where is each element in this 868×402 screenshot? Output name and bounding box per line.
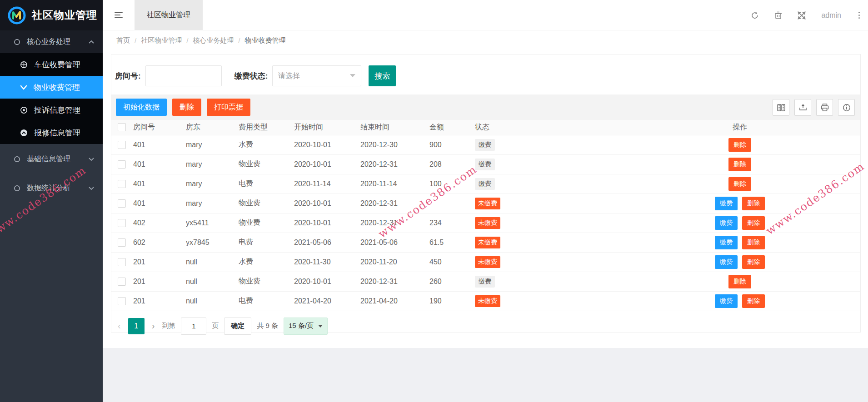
top-header-bar: 社区物业管理 <box>103 0 868 30</box>
cell-end-time: 2020-11-20 <box>360 252 429 272</box>
cell-amount: 100 <box>429 174 475 194</box>
sidebar-item-complaint-info[interactable]: 投诉信息管理 <box>0 99 103 121</box>
page-size-select[interactable]: 15 条/页 <box>284 318 328 335</box>
pay-button[interactable]: 缴费 <box>715 197 738 210</box>
delete-selected-button[interactable]: 删除 <box>172 99 201 116</box>
room-number-input[interactable] <box>145 65 222 86</box>
sidebar-group-label: 基础信息管理 <box>27 154 88 164</box>
row-checkbox[interactable] <box>118 278 126 286</box>
cell-fee-type: 电费 <box>239 233 294 252</box>
pay-button[interactable]: 缴费 <box>715 294 738 308</box>
cell-end-time: 2020-12-31 <box>360 213 429 233</box>
filter-form: 房间号: 缴费状态: 请选择 搜索 <box>111 55 860 94</box>
pay-button[interactable]: 缴费 <box>715 255 738 269</box>
cell-amount: 190 <box>429 291 475 311</box>
select-all-checkbox[interactable] <box>118 123 126 131</box>
cell-end-time: 2020-11-14 <box>360 174 429 194</box>
breadcrumb-current: 物业收费管理 <box>245 36 286 45</box>
kebab-menu-icon[interactable] <box>857 10 862 20</box>
cell-amount <box>429 194 475 213</box>
print-ticket-button[interactable]: 打印票据 <box>207 99 250 116</box>
columns-filter-icon[interactable] <box>773 99 789 116</box>
table-row: 401mary电费2020-11-142020-11-14100缴费删除 <box>111 174 860 194</box>
sidebar-group-basic-info[interactable]: 基础信息管理 <box>0 148 103 170</box>
row-checkbox[interactable] <box>118 297 126 305</box>
cell-start-time: 2020-11-30 <box>294 252 360 272</box>
col-action: 操作 <box>619 120 860 135</box>
cell-status: 缴费 <box>475 154 619 174</box>
sidebar: 社区物业管理 核心业务处理 <box>0 0 103 402</box>
row-checkbox[interactable] <box>118 180 126 188</box>
sidebar-group-core-business[interactable]: 核心业务处理 <box>0 30 103 53</box>
cell-status: 未缴费 <box>475 291 619 311</box>
init-data-button[interactable]: 初始化数据 <box>116 99 167 116</box>
current-page-button[interactable]: 1 <box>128 318 145 334</box>
ring-icon <box>14 156 20 163</box>
table-row: 201null电费2021-04-202021-04-20190未缴费缴费删除 <box>111 291 860 311</box>
pay-button[interactable]: 缴费 <box>715 216 738 230</box>
delete-button[interactable]: 删除 <box>742 216 765 230</box>
cell-end-time: 2021-04-20 <box>360 291 429 311</box>
fullscreen-icon[interactable] <box>798 11 806 20</box>
breadcrumb-item[interactable]: 社区物业管理 <box>141 36 182 45</box>
info-icon[interactable] <box>838 99 855 116</box>
main-area: 社区物业管理 <box>103 0 868 402</box>
page-footer-background <box>103 348 868 402</box>
sidebar-item-parking-fee[interactable]: 车位收费管理 <box>0 53 103 76</box>
sidebar-item-label: 投诉信息管理 <box>34 105 80 115</box>
cell-status: 未缴费 <box>475 213 619 233</box>
next-page-icon[interactable]: › <box>150 321 157 331</box>
cell-end-time: 2020-12-31 <box>360 272 429 291</box>
pay-status-select[interactable]: 请选择 <box>272 65 361 86</box>
delete-button[interactable]: 删除 <box>742 197 765 210</box>
row-checkbox[interactable] <box>118 160 126 169</box>
breadcrumb-home[interactable]: 首页 <box>116 36 130 45</box>
refresh-icon[interactable] <box>751 11 759 20</box>
delete-button[interactable]: 删除 <box>742 236 765 249</box>
cell-actions: 删除 <box>619 272 860 291</box>
total-count-label: 共 9 条 <box>257 322 278 330</box>
cell-actions: 缴费删除 <box>619 233 860 252</box>
print-icon[interactable] <box>816 99 833 116</box>
sidebar-item-property-fee[interactable]: 物业收费管理 <box>0 76 103 99</box>
prev-page-icon[interactable]: ‹ <box>116 321 123 331</box>
delete-button[interactable]: 删除 <box>742 294 765 308</box>
collapse-sidebar-button[interactable] <box>103 0 135 30</box>
table-row: 201null物业费2020-10-012020-12-31260缴费删除 <box>111 272 860 291</box>
sidebar-group-data-statistics[interactable]: 数据统计分析 <box>0 177 103 199</box>
cell-landlord: null <box>186 291 239 311</box>
cell-landlord: null <box>186 272 239 291</box>
ring-icon <box>14 39 20 45</box>
delete-button[interactable]: 删除 <box>742 255 765 269</box>
username-menu[interactable]: admin <box>821 11 841 20</box>
delete-button[interactable]: 删除 <box>728 138 751 152</box>
goto-page-input[interactable] <box>181 318 206 335</box>
row-checkbox[interactable] <box>118 258 126 266</box>
search-button[interactable]: 搜索 <box>369 65 396 86</box>
row-checkbox[interactable] <box>118 199 126 208</box>
goto-confirm-button[interactable]: 确定 <box>224 318 251 335</box>
chevron-down-icon <box>20 85 27 90</box>
delete-button[interactable]: 删除 <box>728 158 751 171</box>
pay-button[interactable]: 缴费 <box>715 236 738 249</box>
caret-up-circle-icon <box>20 129 28 137</box>
status-badge-unpaid: 未缴费 <box>475 198 500 209</box>
app-logo-bar[interactable]: 社区物业管理 <box>0 0 103 30</box>
room-number-label: 房间号: <box>115 71 141 81</box>
row-checkbox[interactable] <box>118 141 126 149</box>
cell-start-time: 2020-11-14 <box>294 174 360 194</box>
tab-community-property[interactable]: 社区物业管理 <box>135 0 203 30</box>
trash-icon[interactable] <box>774 11 782 20</box>
row-checkbox[interactable] <box>118 238 126 247</box>
app-logo-icon <box>7 6 26 25</box>
select-caret-icon <box>318 325 323 328</box>
breadcrumb-item[interactable]: 核心业务处理 <box>193 36 234 45</box>
row-checkbox[interactable] <box>118 219 126 227</box>
table-row: 401mary水费2020-10-012020-12-30900缴费删除 <box>111 135 860 154</box>
delete-button[interactable]: 删除 <box>728 177 751 191</box>
table-row: 201null水费2020-11-302020-11-20450未缴费缴费删除 <box>111 252 860 272</box>
delete-button[interactable]: 删除 <box>728 275 751 288</box>
export-icon[interactable] <box>794 99 811 116</box>
sidebar-item-repair-info[interactable]: 报修信息管理 <box>0 121 103 144</box>
cell-fee-type: 水费 <box>239 252 294 272</box>
